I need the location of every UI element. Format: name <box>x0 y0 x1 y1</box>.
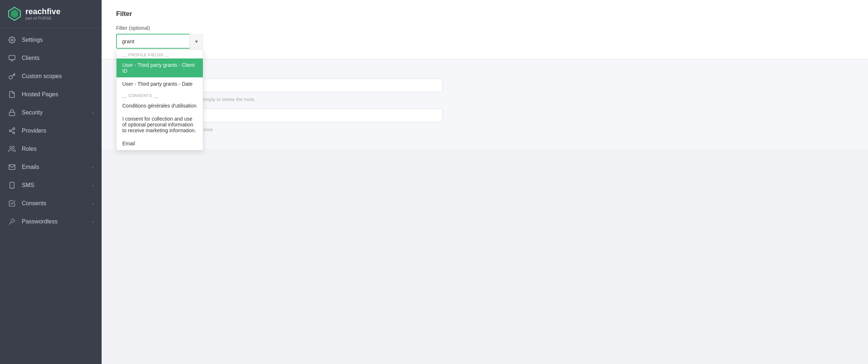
chevron-right-icon: › <box>92 110 94 116</box>
sidebar-item-passwordless[interactable]: Passwordless › <box>0 213 102 231</box>
filter-section-title: Filter <box>116 10 853 18</box>
users-icon <box>8 145 16 153</box>
svg-point-3 <box>11 39 13 41</box>
sidebar-item-hosted-pages[interactable]: Hosted Pages <box>0 85 102 104</box>
svg-line-11 <box>11 131 13 132</box>
dropdown-item-grants-date-label: User - Third party grants - Date <box>122 81 192 87</box>
profile-fields-group-label: __ PROFILE FIELDS __ <box>116 50 203 58</box>
email-icon <box>8 163 16 171</box>
sidebar-item-passwordless-label: Passwordless <box>22 218 86 225</box>
filter-field-label: Filter (optional) <box>116 25 853 31</box>
sidebar-logo: reachfive part of PURSE <box>0 0 102 28</box>
sidebar-item-custom-scopes[interactable]: Custom scopes <box>0 67 102 85</box>
dropdown-item-consent-marketing-label: I consent for collection and use of opti… <box>122 116 196 133</box>
sidebar-item-sms-label: SMS <box>22 182 86 189</box>
svg-point-13 <box>10 146 12 149</box>
chevron-down-icon: ▾ <box>195 39 198 44</box>
chevron-right-icon-passwordless: › <box>92 219 94 225</box>
hook-hint-2: Max number of seconds to wait for a resp… <box>116 127 853 132</box>
sidebar-item-clients-label: Clients <box>22 55 94 61</box>
sidebar-item-custom-scopes-label: Custom scopes <box>22 73 94 80</box>
monitor-icon <box>8 54 16 62</box>
sidebar-item-consents[interactable]: Consents › <box>0 194 102 213</box>
svg-line-12 <box>11 129 13 130</box>
sidebar-item-clients[interactable]: Clients <box>0 49 102 67</box>
chevron-right-icon-emails: › <box>92 165 94 170</box>
sidebar-item-settings[interactable]: Settings <box>0 31 102 49</box>
reachfive-logo-icon <box>7 7 22 21</box>
dropdown-item-grants-date[interactable]: User - Third party grants - Date <box>116 77 203 90</box>
svg-rect-7 <box>9 112 15 116</box>
sidebar-nav: Settings Clients Custom scopes <box>0 28 102 364</box>
sidebar-item-roles[interactable]: Roles <box>0 140 102 158</box>
brand-name: reachfive <box>25 7 61 16</box>
filter-input-container: ▾ __ PROFILE FIELDS __ User - Third part… <box>116 34 853 49</box>
sidebar-item-settings-label: Settings <box>22 37 94 43</box>
sidebar-item-security[interactable]: Security › <box>0 104 102 122</box>
sidebar-item-providers[interactable]: Providers <box>0 122 102 140</box>
dropdown-item-email[interactable]: Email <box>116 137 203 150</box>
hook-row-label: ook <box>116 70 853 76</box>
filter-section: Filter Filter (optional) ▾ __ PROFILE FI… <box>102 0 868 59</box>
wand-icon <box>8 218 16 226</box>
dropdown-item-email-label: Email <box>122 141 135 146</box>
chevron-right-icon-sms: › <box>92 183 94 188</box>
sidebar-item-consents-label: Consents <box>22 200 86 207</box>
key-icon <box>8 72 16 80</box>
dropdown-item-grants-client-id-label: User - Third party grants - Client ID <box>122 62 195 74</box>
sidebar-item-roles-label: Roles <box>22 146 94 152</box>
filter-dropdown-menu: __ PROFILE FIELDS __ User - Third party … <box>116 49 203 150</box>
sidebar-item-hosted-pages-label: Hosted Pages <box>22 91 94 98</box>
filter-dropdown-button[interactable]: ▾ <box>189 34 203 49</box>
sidebar-item-emails[interactable]: Emails › <box>0 158 102 176</box>
dropdown-item-grants-client-id[interactable]: User - Third party grants - Client ID <box>116 58 203 77</box>
logo-text: reachfive part of PURSE <box>25 7 61 20</box>
sidebar-item-sms[interactable]: SMS › <box>0 176 102 194</box>
mobile-icon <box>8 181 16 189</box>
lock-icon <box>8 109 16 117</box>
hook-section: ook A POST request with JSON payload. Se… <box>102 60 868 149</box>
dropdown-item-consent-marketing[interactable]: I consent for collection and use of opti… <box>116 112 203 137</box>
content-area: Filter Filter (optional) ▾ __ PROFILE FI… <box>102 0 868 364</box>
main-content: Filter Filter (optional) ▾ __ PROFILE FI… <box>102 0 868 364</box>
share-icon <box>8 127 16 135</box>
hook-hint-1: A POST request with JSON payload. Set em… <box>116 97 853 102</box>
sidebar-item-security-label: Security <box>22 109 86 116</box>
dropdown-item-cgu[interactable]: Conditions générales d'utilisation <box>116 99 203 112</box>
chevron-right-icon-consents: › <box>92 201 94 206</box>
file-icon <box>8 90 16 98</box>
sidebar: reachfive part of PURSE Settings Clients <box>0 0 102 364</box>
filter-input-wrapper: ▾ <box>116 34 203 49</box>
gear-icon <box>8 36 16 44</box>
sidebar-item-providers-label: Providers <box>22 128 94 134</box>
checkbox-icon <box>8 199 16 207</box>
sidebar-item-emails-label: Emails <box>22 164 86 170</box>
brand-sub: part of PURSE <box>25 16 61 20</box>
consents-group-label: __ CONSENTS __ <box>116 90 203 99</box>
svg-rect-4 <box>9 56 15 60</box>
dropdown-item-cgu-label: Conditions générales d'utilisation <box>122 103 196 109</box>
